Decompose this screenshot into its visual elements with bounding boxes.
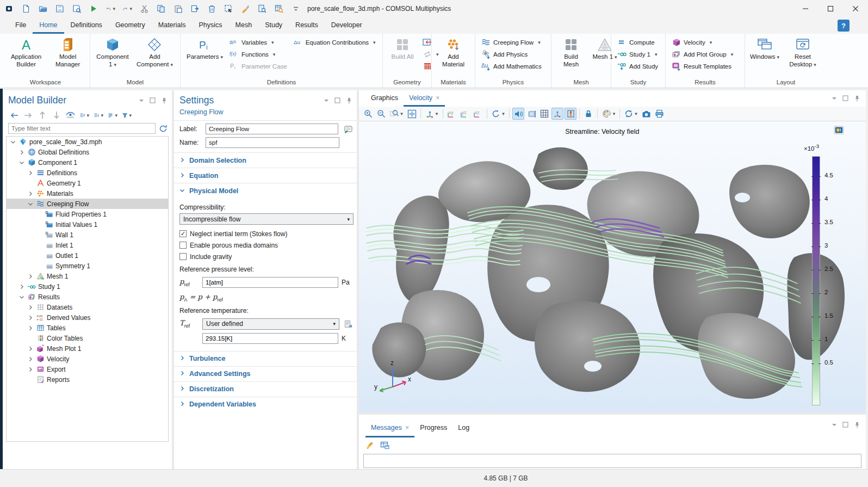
build-mesh-button[interactable]: Build Mesh bbox=[555, 35, 587, 68]
tree-item-export[interactable]: Export bbox=[7, 364, 168, 374]
physics-interface-button[interactable]: Creeping Flow bbox=[479, 36, 544, 48]
neglect-inertial-checkbox-row[interactable]: ✓ Neglect inertial term (Stokes flow) bbox=[179, 228, 354, 239]
paste-icon[interactable] bbox=[173, 4, 183, 14]
tree-item-inlet-1[interactable]: Inlet 1 bbox=[7, 240, 168, 250]
rotate-view-button[interactable] bbox=[490, 108, 506, 120]
new-file-icon[interactable] bbox=[21, 4, 31, 14]
tree-item-symmetry-1[interactable]: Symmetry 1 bbox=[7, 261, 168, 271]
component-1-button[interactable]: Component 1 bbox=[94, 35, 131, 69]
chevron-right-icon[interactable] bbox=[27, 325, 34, 331]
chevron-right-icon[interactable] bbox=[27, 191, 34, 196]
add-material-button[interactable]: Add Material bbox=[436, 35, 471, 68]
float-panel-icon[interactable] bbox=[842, 95, 849, 102]
scene-light-button[interactable] bbox=[525, 108, 537, 120]
update-plot-button[interactable] bbox=[623, 108, 639, 120]
model-manager-button[interactable]: Model Manager bbox=[49, 35, 86, 68]
snapshot-button[interactable] bbox=[640, 108, 652, 120]
checkbox-checked[interactable]: ✓ bbox=[179, 230, 187, 237]
maximize-button[interactable] bbox=[818, 0, 843, 17]
panel-menu-icon[interactable] bbox=[138, 97, 145, 104]
tab-graphics[interactable]: Graphics bbox=[365, 90, 404, 107]
functions-button[interactable]: f(x) Functions bbox=[227, 48, 289, 60]
minimize-button[interactable] bbox=[793, 0, 818, 17]
chevron-down-icon[interactable] bbox=[10, 139, 16, 145]
tab-file[interactable]: File bbox=[9, 17, 33, 34]
add-study-button[interactable]: Add Study bbox=[615, 60, 660, 72]
filter-input[interactable] bbox=[8, 123, 156, 134]
build-all-button[interactable]: Build All bbox=[387, 35, 418, 61]
show-axis-orientation-button[interactable] bbox=[551, 108, 563, 120]
view-xz-button[interactable]: xz bbox=[472, 108, 484, 120]
copy-icon[interactable] bbox=[156, 4, 166, 14]
rename-button[interactable] bbox=[343, 124, 354, 134]
tree-item-velocity[interactable]: Velocity bbox=[7, 354, 168, 364]
name-input[interactable] bbox=[206, 137, 339, 148]
chevron-down-icon[interactable] bbox=[18, 294, 25, 300]
section-advanced-settings[interactable]: Advanced Settings bbox=[174, 366, 357, 381]
tree-item-creeping-flow[interactable]: Creeping Flow bbox=[7, 199, 168, 209]
add-mathematics-button[interactable]: Δu Add Mathematics bbox=[479, 60, 544, 72]
chevron-right-icon[interactable] bbox=[27, 315, 34, 320]
section-turbulence[interactable]: Turbulence bbox=[174, 351, 357, 366]
sound-button[interactable] bbox=[512, 108, 524, 120]
tab-physics[interactable]: Physics bbox=[192, 17, 228, 34]
panel-menu-icon[interactable] bbox=[830, 421, 838, 428]
tref-input[interactable] bbox=[202, 333, 338, 344]
tree-item-component-1[interactable]: Component 1 bbox=[7, 157, 168, 168]
pin-panel-icon[interactable] bbox=[853, 95, 860, 102]
tab-messages[interactable]: Messages × bbox=[365, 415, 414, 437]
tree-item-mesh-plot-1[interactable]: * Mesh Plot 1 bbox=[7, 343, 168, 354]
open-file-icon[interactable] bbox=[38, 4, 48, 14]
tree-item-results[interactable]: Results bbox=[7, 292, 168, 302]
find-in-table-icon[interactable] bbox=[274, 4, 284, 14]
show-grid-button[interactable] bbox=[538, 108, 550, 120]
chevron-right-icon[interactable] bbox=[27, 367, 34, 372]
include-gravity-checkbox-row[interactable]: Include gravity bbox=[179, 251, 354, 262]
tab-materials[interactable]: Materials bbox=[152, 17, 193, 34]
tref-select[interactable]: User defined ▾ bbox=[202, 318, 339, 330]
tab-definitions[interactable]: Definitions bbox=[64, 17, 109, 34]
cut-icon[interactable] bbox=[139, 4, 149, 14]
tree-item-definitions[interactable]: Definitions bbox=[7, 168, 168, 178]
run-icon[interactable] bbox=[89, 4, 98, 14]
draw-knife-icon[interactable] bbox=[240, 4, 250, 14]
checkbox-unchecked[interactable] bbox=[179, 242, 187, 249]
duplicate-icon[interactable] bbox=[190, 4, 200, 14]
tree-item-root[interactable]: pore_scale_flow_3d.mph bbox=[7, 137, 168, 147]
move-down-icon[interactable] bbox=[52, 110, 61, 120]
chevron-right-icon[interactable] bbox=[27, 170, 34, 176]
pin-panel-icon[interactable] bbox=[345, 97, 352, 104]
parameters-button[interactable]: Pi Parameters bbox=[184, 35, 225, 61]
chevron-right-icon[interactable] bbox=[18, 284, 25, 289]
compute-button[interactable]: Compute bbox=[615, 36, 660, 48]
zoom-extents-button[interactable] bbox=[406, 108, 418, 120]
view-yz-button[interactable]: yz bbox=[459, 108, 471, 120]
zoom-in-button[interactable] bbox=[362, 108, 374, 120]
save-icon[interactable] bbox=[55, 4, 65, 14]
collapse-all-icon[interactable] bbox=[80, 110, 89, 120]
pin-panel-icon[interactable] bbox=[853, 421, 860, 428]
tab-mesh[interactable]: Mesh bbox=[229, 17, 259, 34]
zoom-out-button[interactable] bbox=[375, 108, 387, 120]
tab-developer[interactable]: Developer bbox=[325, 17, 369, 34]
delete-icon[interactable] bbox=[207, 4, 216, 14]
tree-item-materials[interactable]: Materials bbox=[7, 188, 168, 199]
application-builder-button[interactable]: A Application Builder bbox=[5, 35, 47, 68]
pref-input[interactable] bbox=[202, 277, 338, 288]
show-options-icon[interactable] bbox=[66, 110, 75, 120]
chevron-right-icon[interactable] bbox=[27, 356, 34, 362]
tree-item-color-tables[interactable]: Color Tables bbox=[7, 333, 168, 343]
close-button[interactable] bbox=[843, 0, 868, 17]
lock-view-button[interactable] bbox=[582, 108, 594, 120]
tree-item-derived-values[interactable]: 8.85e-12 Derived Values bbox=[7, 312, 168, 323]
show-color-legend-button[interactable] bbox=[565, 108, 576, 120]
clear-messages-icon[interactable] bbox=[365, 441, 375, 450]
section-domain-selection[interactable]: Domain Selection bbox=[174, 152, 357, 168]
close-tab-icon[interactable]: × bbox=[436, 94, 439, 102]
tab-velocity[interactable]: Velocity × bbox=[404, 90, 445, 107]
chevron-down-icon[interactable] bbox=[18, 160, 25, 165]
messages-output-box[interactable] bbox=[363, 454, 861, 468]
view-xy-button[interactable]: xy bbox=[446, 108, 458, 120]
tree-item-geometry-1[interactable]: Geometry 1 bbox=[7, 178, 168, 188]
section-physical-model[interactable]: Physical Model bbox=[174, 183, 357, 198]
